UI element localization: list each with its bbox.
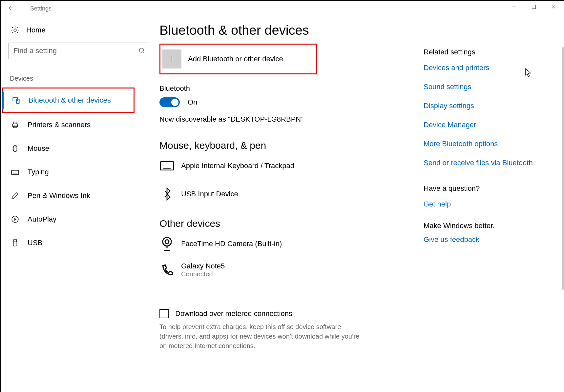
minimize-icon bbox=[512, 5, 516, 9]
back-button[interactable] bbox=[4, 3, 17, 12]
device-label: USB Input Device bbox=[181, 190, 238, 198]
window-title: Settings bbox=[30, 5, 52, 12]
keyboard-icon bbox=[10, 168, 20, 176]
nav-label: USB bbox=[28, 239, 42, 247]
add-device-label: Add Bluetooth or other device bbox=[188, 55, 283, 63]
devices-icon bbox=[11, 96, 21, 105]
svg-point-36 bbox=[165, 240, 169, 244]
arrow-left-icon bbox=[7, 4, 14, 11]
svg-rect-8 bbox=[13, 122, 17, 124]
maximize-icon bbox=[532, 5, 536, 9]
nav-typing[interactable]: Typing bbox=[9, 160, 148, 184]
discoverable-text: Now discoverable as “DESKTOP-LG8RBPN” bbox=[159, 115, 427, 124]
group-mkp: Mouse, keyboard, & pen bbox=[159, 140, 427, 151]
bluetooth-icon bbox=[159, 186, 175, 202]
svg-rect-1 bbox=[532, 5, 536, 9]
svg-rect-23 bbox=[160, 162, 174, 170]
plus-icon bbox=[162, 49, 181, 69]
device-row[interactable]: Apple Internal Keyboard / Trackpad bbox=[159, 158, 427, 173]
page-heading: Bluetooth & other devices bbox=[159, 23, 427, 38]
nav-label: Typing bbox=[28, 168, 49, 176]
nav-mouse[interactable]: Mouse bbox=[9, 137, 148, 160]
svg-point-2 bbox=[14, 29, 16, 31]
link-feedback[interactable]: Give us feedback bbox=[424, 235, 548, 244]
search-icon bbox=[138, 47, 146, 56]
nav-label: Bluetooth & other devices bbox=[29, 96, 111, 105]
link-send-files[interactable]: Send or receive files via Bluetooth bbox=[424, 159, 548, 167]
link-more-bt[interactable]: More Bluetooth options bbox=[424, 140, 548, 148]
link-device-manager[interactable]: Device Manager bbox=[424, 121, 548, 129]
printer-icon bbox=[10, 121, 20, 129]
bluetooth-toggle[interactable] bbox=[159, 97, 180, 107]
pen-icon bbox=[10, 191, 20, 200]
usb-icon bbox=[10, 239, 20, 247]
link-display[interactable]: Display settings bbox=[424, 102, 548, 110]
group-other: Other devices bbox=[159, 218, 427, 229]
nav-autoplay[interactable]: AutoPlay bbox=[9, 207, 148, 231]
bluetooth-label: Bluetooth bbox=[159, 84, 427, 93]
device-row[interactable]: FaceTime HD Camera (Built-in) bbox=[159, 236, 427, 251]
keyboard-icon bbox=[159, 158, 175, 173]
nav-label: Mouse bbox=[28, 144, 49, 153]
maximize-button[interactable] bbox=[524, 1, 544, 13]
close-icon bbox=[551, 5, 556, 9]
device-row[interactable]: Galaxy Note5 Connected bbox=[159, 262, 427, 280]
svg-line-4 bbox=[143, 52, 145, 53]
svg-point-3 bbox=[139, 48, 144, 52]
device-label: Galaxy Note5 bbox=[181, 262, 225, 270]
nav-pen[interactable]: Pen & Windows Ink bbox=[9, 184, 148, 207]
nav-bluetooth[interactable]: Bluetooth & other devices bbox=[10, 88, 134, 112]
device-label: Apple Internal Keyboard / Trackpad bbox=[181, 162, 294, 170]
home-button[interactable]: Home bbox=[9, 19, 148, 43]
mouse-icon bbox=[10, 144, 20, 153]
svg-rect-6 bbox=[16, 99, 19, 104]
nav-label: Printers & scanners bbox=[28, 121, 91, 129]
close-button[interactable] bbox=[544, 1, 563, 13]
svg-rect-12 bbox=[11, 170, 19, 175]
phone-icon bbox=[159, 262, 175, 280]
cursor-icon bbox=[525, 68, 532, 79]
nav-label: Pen & Windows Ink bbox=[28, 191, 90, 200]
nav-printers[interactable]: Printers & scanners bbox=[9, 113, 148, 137]
camera-icon bbox=[159, 236, 175, 251]
add-device-button[interactable]: Add Bluetooth or other device bbox=[159, 44, 317, 74]
related-heading: Related settings bbox=[424, 48, 548, 56]
autoplay-icon bbox=[10, 215, 20, 224]
svg-rect-20 bbox=[13, 242, 17, 246]
nav-usb[interactable]: USB bbox=[9, 231, 148, 255]
svg-rect-19 bbox=[14, 240, 17, 242]
metered-help: To help prevent extra charges, keep this… bbox=[159, 322, 366, 351]
device-sub: Connected bbox=[181, 270, 225, 278]
nav-label: AutoPlay bbox=[28, 215, 56, 224]
home-label: Home bbox=[26, 26, 46, 34]
device-row[interactable]: USB Input Device bbox=[159, 186, 427, 202]
minimize-button[interactable] bbox=[504, 1, 524, 13]
question-heading: Have a question? bbox=[424, 184, 548, 193]
link-sound[interactable]: Sound settings bbox=[424, 83, 548, 91]
feedback-heading: Make Windows better. bbox=[424, 222, 548, 230]
gear-icon bbox=[10, 26, 20, 35]
metered-checkbox[interactable] bbox=[159, 309, 169, 318]
device-label: FaceTime HD Camera (Built-in) bbox=[181, 240, 282, 248]
bluetooth-state: On bbox=[188, 98, 197, 107]
svg-point-35 bbox=[163, 237, 171, 246]
search-input[interactable] bbox=[9, 43, 150, 59]
sidebar-section: Devices bbox=[9, 75, 148, 82]
metered-label: Download over metered connections bbox=[175, 309, 292, 318]
link-get-help[interactable]: Get help bbox=[424, 200, 548, 208]
